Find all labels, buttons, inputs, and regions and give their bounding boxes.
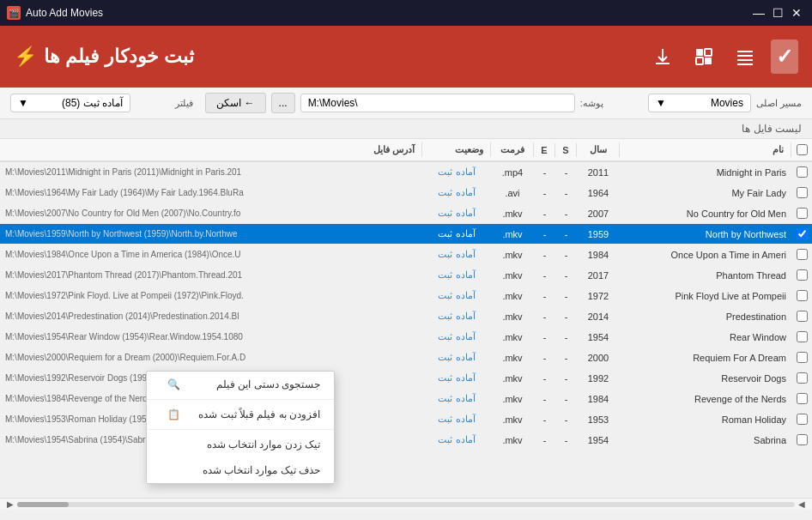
context-menu-item-check-all[interactable]: تیک زدن موارد انتخاب شده <box>147 432 334 457</box>
table-row[interactable]: No Country for Old Men 2007 - - .mkv آما… <box>0 203 812 224</box>
cell-year: 2014 <box>577 311 620 322</box>
main-toolbar: ✓ ثبت خودکار فیلم ها ⚡ <box>0 26 812 88</box>
table-row[interactable]: Requiem For A Dream 2000 - - .mkv آماده … <box>0 348 812 368</box>
row-checkbox[interactable] <box>797 372 808 384</box>
cell-path: M:\Movies\1964\My Fair Lady (1964)\My Fa… <box>0 188 422 197</box>
row-checkbox[interactable] <box>797 311 808 322</box>
header-path: آدرس فایل <box>14 142 422 157</box>
close-button[interactable]: ✕ <box>788 4 805 21</box>
row-checkbox[interactable] <box>797 166 808 178</box>
cell-e: - <box>534 270 555 281</box>
row-checkbox[interactable] <box>797 434 808 445</box>
window-controls: — ☐ ✕ <box>750 4 805 21</box>
context-menu-item-icon: 📋 <box>167 408 180 420</box>
file-list[interactable]: Midnight in Paris 2011 - - .mp4 آماده ثب… <box>0 162 812 498</box>
table-row[interactable]: Sabrina 1954 - - .mkv آماده ثبت M:\Movie… <box>0 430 812 450</box>
scrollbar-thumb[interactable] <box>17 502 69 507</box>
cell-year: 2000 <box>577 353 620 363</box>
cell-format: .mkv <box>491 332 534 342</box>
row-checkbox[interactable] <box>797 187 808 198</box>
maximize-button[interactable]: ☐ <box>769 4 786 21</box>
check-button[interactable]: ✓ <box>771 39 798 74</box>
hard-scan-label: پوشه: <box>580 98 603 109</box>
root-section: مسیر اصلی Movies ▼ <box>648 94 802 112</box>
row-checkbox[interactable] <box>797 414 808 425</box>
list-view-button[interactable] <box>730 41 760 72</box>
table-row[interactable]: Revenge of the Nerds 1984 - - .mkv آماده… <box>0 389 812 409</box>
cell-path: M:\Movies\2007\No Country for Old Men (2… <box>0 209 422 218</box>
context-menu-item-uncheck-all[interactable]: حذف تیک موارد انتخاب شده <box>147 457 334 483</box>
table-row[interactable]: Rear Window 1954 - - .mkv آماده ثبت M:\M… <box>0 327 812 348</box>
cell-status: آماده ثبت <box>422 269 491 281</box>
row-checkbox[interactable] <box>797 331 808 342</box>
row-checkbox[interactable] <box>797 208 808 219</box>
cell-status: آماده ثبت <box>422 414 491 425</box>
row-checkbox[interactable] <box>797 249 808 260</box>
cell-s: - <box>555 291 577 301</box>
scroll-left-arrow[interactable]: ◀ <box>795 499 809 511</box>
title-bar: 🎬 Auto Add Movies — ☐ ✕ <box>0 0 812 26</box>
table-row[interactable]: Once Upon a Time in Ameri 1984 - - .mkv … <box>0 245 812 265</box>
hard-scan-section: پوشه: ... ← اسکن فیلتر <box>175 93 603 113</box>
hard-scan-title: فیلتر <box>175 98 193 109</box>
table-row[interactable]: Roman Holiday 1953 - - .mkv آماده ثبت M:… <box>0 409 812 430</box>
table-header: نام سال S E فرمت وضعیت آدرس فایل <box>0 139 812 162</box>
main-content: نام سال S E فرمت وضعیت آدرس فایل Midnigh… <box>0 139 812 520</box>
cell-status: آماده ثبت <box>422 372 491 384</box>
horizontal-scrollbar[interactable]: ◀ ▶ <box>0 498 812 510</box>
context-menu-item-label: حذف تیک موارد انتخاب شده <box>203 464 320 476</box>
cell-year: 1954 <box>577 435 620 445</box>
cell-e: - <box>534 311 555 322</box>
minimize-button[interactable]: — <box>750 4 767 21</box>
cell-year: 1972 <box>577 291 620 301</box>
context-menu-item-search[interactable]: جستجوی دستی این فیلم 🔍 <box>147 372 334 397</box>
cell-status: آماده ثبت <box>422 208 491 219</box>
cell-s: - <box>555 229 577 239</box>
row-checkbox-cell <box>791 208 812 219</box>
cell-path: M:\Movies\1954\Rear Window (1954)\Rear.W… <box>0 332 422 342</box>
cell-status: آماده ثبت <box>422 166 491 178</box>
row-checkbox-cell <box>791 228 812 239</box>
row-checkbox[interactable] <box>797 290 808 301</box>
path-input[interactable] <box>300 94 575 112</box>
cell-status: آماده ثبت <box>422 187 491 198</box>
download-button[interactable] <box>647 41 678 72</box>
cell-name: Pink Floyd Live at Pompeii <box>620 291 791 301</box>
cell-e: - <box>534 291 555 301</box>
cell-status: آماده ثبت <box>422 228 491 239</box>
cell-path: M:\Movies\1972\Pink Floyd. Live at Pompe… <box>0 291 422 300</box>
cell-s: - <box>555 353 577 363</box>
cell-year: 1964 <box>577 188 620 198</box>
browse-button[interactable]: ... <box>271 93 295 113</box>
cell-s: - <box>555 209 577 219</box>
svg-rect-6 <box>696 57 703 64</box>
header-checkbox-cell <box>791 144 812 155</box>
table-row[interactable]: Predestination 2014 - - .mkv آماده ثبت M… <box>0 306 812 327</box>
cell-e: - <box>534 167 555 178</box>
scroll-right-arrow[interactable]: ▶ <box>3 499 17 511</box>
scan-button[interactable]: ← اسکن <box>205 93 265 113</box>
table-row[interactable]: North by Northwest 1959 - - .mkv آماده ث… <box>0 224 812 245</box>
row-checkbox[interactable] <box>797 228 808 239</box>
cell-name: Revenge of the Nerds <box>620 394 791 404</box>
grid-view-button[interactable] <box>688 41 719 72</box>
table-row[interactable]: Phantom Thread 2017 - - .mkv آماده ثبت M… <box>0 265 812 286</box>
table-row[interactable]: Midnight in Paris 2011 - - .mp4 آماده ثب… <box>0 162 812 183</box>
cell-status: آماده ثبت <box>422 249 491 260</box>
row-checkbox[interactable] <box>797 269 808 281</box>
app-icon: 🎬 <box>7 6 21 20</box>
root-dropdown[interactable]: Movies ▼ <box>648 94 751 112</box>
cell-format: .avi <box>491 188 534 198</box>
context-menu: جستجوی دستی این فیلم 🔍 افزودن به فیلم قب… <box>146 371 335 484</box>
select-all-checkbox[interactable] <box>797 144 808 155</box>
context-menu-item-add-existing[interactable]: افزودن به فیلم قبلاً ثبت شده 📋 <box>147 402 334 427</box>
cell-year: 1984 <box>577 394 620 404</box>
table-row[interactable]: Pink Floyd Live at Pompeii 1972 - - .mkv… <box>0 286 812 306</box>
context-menu-divider <box>147 429 334 430</box>
header-year: سال <box>577 142 620 157</box>
row-checkbox[interactable] <box>797 352 808 363</box>
table-row[interactable]: My Fair Lady 1964 - - .avi آماده ثبت M:\… <box>0 183 812 203</box>
table-row[interactable]: Reservoir Dogs 1992 - - .mkv آماده ثبت M… <box>0 368 812 389</box>
row-checkbox[interactable] <box>797 393 808 404</box>
filter-dropdown[interactable]: آماده ثبت (85) ▼ <box>10 94 130 112</box>
